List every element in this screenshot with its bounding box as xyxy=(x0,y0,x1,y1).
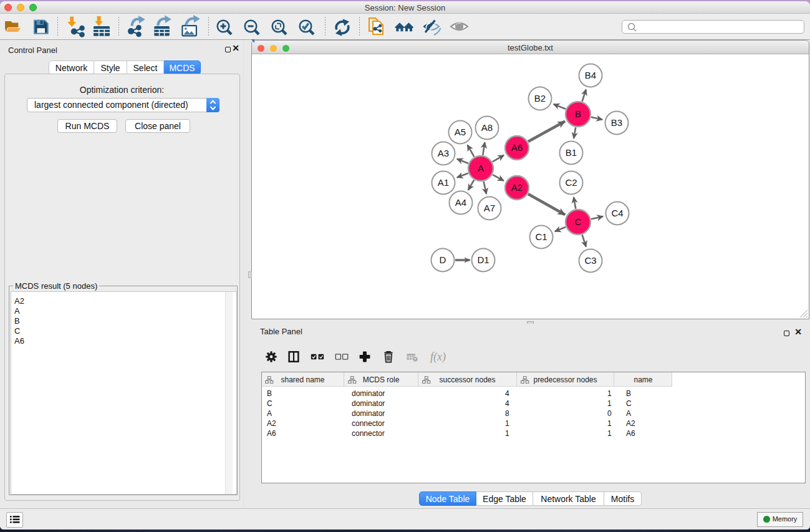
svg-text:C: C xyxy=(575,216,582,227)
svg-text:C3: C3 xyxy=(584,255,596,266)
svg-text:D: D xyxy=(440,254,446,265)
svg-text:C1: C1 xyxy=(535,231,547,242)
svg-text:f(x): f(x) xyxy=(430,351,446,364)
svg-text:A3: A3 xyxy=(438,148,449,158)
svg-text:A5: A5 xyxy=(455,127,466,137)
svg-text:A4: A4 xyxy=(455,197,466,208)
svg-text:B1: B1 xyxy=(566,147,577,158)
svg-text:A2: A2 xyxy=(511,182,523,193)
svg-text:A6: A6 xyxy=(511,142,523,153)
svg-text:D1: D1 xyxy=(477,254,489,265)
svg-text:B2: B2 xyxy=(534,93,546,104)
svg-text:B: B xyxy=(575,109,581,119)
svg-text:B3: B3 xyxy=(611,117,622,128)
svg-text:A7: A7 xyxy=(484,203,495,213)
svg-text:C2: C2 xyxy=(565,177,577,188)
svg-text:A1: A1 xyxy=(438,177,449,188)
svg-text:A8: A8 xyxy=(481,122,493,133)
svg-text:C4: C4 xyxy=(611,208,623,218)
svg-text:A: A xyxy=(478,163,484,173)
svg-text:B4: B4 xyxy=(585,70,596,80)
